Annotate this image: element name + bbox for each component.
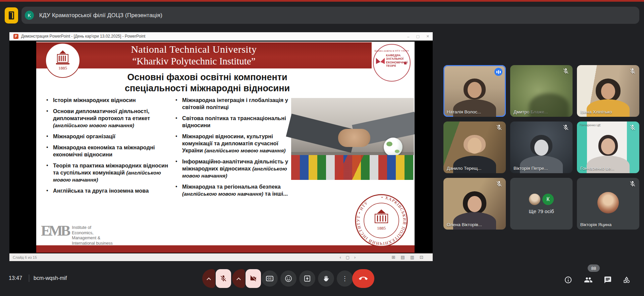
list-item: •Англійська та друга іноземна мова xyxy=(46,187,171,194)
meeting-avatar: K xyxy=(25,11,34,20)
minimize-icon[interactable]: – xyxy=(407,35,409,39)
door-icon xyxy=(9,11,14,19)
list-item: •Історія міжнародних відносин xyxy=(46,97,171,104)
close-icon[interactable]: ✕ xyxy=(426,34,429,39)
people-icon xyxy=(584,276,593,284)
participant-tile[interactable]: Вікторія Яцина xyxy=(577,178,639,230)
list-item: •Міжнародна інтеграція і глобалізація у … xyxy=(175,97,292,111)
mic-options-button[interactable] xyxy=(202,269,215,288)
mic-off-icon xyxy=(629,68,636,75)
avatar: К xyxy=(542,194,554,205)
chevron-up-icon xyxy=(207,277,211,282)
university-building-icon xyxy=(54,50,71,65)
more-participants-tile[interactable]: К Ще 79 осіб xyxy=(510,178,573,230)
chat-button[interactable] xyxy=(601,273,614,287)
meeting-details-button[interactable] xyxy=(561,273,575,287)
show-participants-button[interactable] xyxy=(582,273,595,287)
participant-tile[interactable]: Наталія Волос... xyxy=(443,65,506,117)
participant-tile[interactable]: Олена Вікторів... xyxy=(443,178,506,230)
participant-tile[interactable]: Данило Терещ... xyxy=(443,121,506,173)
more-participants-label: Ще 79 осіб xyxy=(529,208,554,214)
globe-graphic xyxy=(384,138,402,156)
list-item: •Світова політика та транснаціональні ві… xyxy=(175,115,292,129)
end-call-button[interactable] xyxy=(352,269,374,288)
participant-tile[interactable]: Ірина Хліпітько xyxy=(577,65,639,117)
camera-off-icon xyxy=(250,275,257,282)
slide: 1885 National Technical University “Khar… xyxy=(36,42,415,253)
handshake-photo xyxy=(291,98,414,180)
maximize-icon[interactable]: ▢ xyxy=(416,34,419,39)
avatar xyxy=(597,192,619,213)
reactions-button[interactable] xyxy=(280,270,297,287)
meeting-title-bar: K КДУ Краматорської філії ДОЦЗ (Презента… xyxy=(21,7,639,24)
participant-grid: Наталія Волос... Дмитро Блаже... Ірина Х… xyxy=(443,65,639,230)
meet-home-button[interactable] xyxy=(5,7,18,23)
participant-tile[interactable]: Вікторія Петре... xyxy=(510,121,573,173)
mic-off-icon xyxy=(629,181,636,187)
emoji-icon xyxy=(284,275,292,283)
participant-name: Данило Терещ... xyxy=(447,166,481,171)
raise-hand-button[interactable] xyxy=(318,270,334,287)
activities-button[interactable] xyxy=(620,273,633,287)
participant-tile[interactable]: Дмитро Блаже... xyxy=(510,65,573,117)
list-item: •Теорія та практика міжнародних відносин… xyxy=(46,162,171,183)
more-vert-icon: ⋮ xyxy=(342,275,348,282)
participant-name: Вікторія Петре... xyxy=(514,166,548,171)
list-item: •Міжнародні відносини, культурні комунік… xyxy=(175,133,292,154)
meeting-code: bcm-wqsh-mif xyxy=(34,275,67,281)
svg-text:1885: 1885 xyxy=(377,226,386,231)
badge-department-name: КАФЕДРА ЗАГАЛЬНОЇ ЕКОНОМІЧНОЇ ТЕОРІЇ xyxy=(386,54,408,67)
mic-off-icon xyxy=(496,181,502,187)
list-item: •Міжнародна економіка та міжнародні екон… xyxy=(46,144,171,158)
participant-name: Ірина Хліпітько xyxy=(580,109,612,114)
shared-powerpoint-window: P Демонстрация PowerPoint - [День кар'єр… xyxy=(9,32,433,261)
badge-square-mark xyxy=(404,62,407,64)
info-icon xyxy=(564,276,572,284)
chat-icon xyxy=(604,276,612,284)
bullet-column-left: •Історія міжнародних відносин • Основи д… xyxy=(46,97,171,198)
mic-control-group xyxy=(202,269,231,288)
captions-button[interactable]: CC xyxy=(262,270,278,287)
ppt-status-bar: Слайд 6 из 15 ‹ ▢ › ⊞ ▤ ▥ ⊡ xyxy=(9,253,433,261)
participant-name: Олена Вікторів... xyxy=(447,222,482,227)
participant-name: Вікторія Яцина xyxy=(580,222,611,227)
slide-title: Основні фахові освітні компоненти спеціа… xyxy=(56,72,358,94)
hand-icon xyxy=(322,275,330,282)
university-name: National Technical University “Kharkiv P… xyxy=(87,44,301,67)
more-options-button[interactable]: ⋮ xyxy=(337,270,353,287)
current-slide-icon[interactable]: ▢ xyxy=(346,255,350,260)
normal-view-icon[interactable]: ▤ xyxy=(401,255,405,260)
khpi-seal: • ХАРКІВСЬКИЙ ПОЛІТЕХНІЧНИЙ ІНСТИТУТ • Н… xyxy=(354,193,409,248)
activities-icon xyxy=(623,276,631,284)
camera-toggle-button[interactable] xyxy=(246,269,261,288)
speaking-indicator-icon xyxy=(494,68,502,76)
grid-view-icon[interactable]: ⊞ xyxy=(392,255,395,260)
emb-monogram: EMB xyxy=(41,224,68,238)
founded-year: 1885 xyxy=(58,65,67,71)
google-meet-window: K КДУ Краматорської філії ДОЦЗ (Презента… xyxy=(0,0,644,296)
institute-footer: EMB Institute of Economics, Management &… xyxy=(41,224,113,246)
reading-view-icon[interactable]: ▥ xyxy=(410,255,414,260)
clock: 13:47 xyxy=(9,275,22,281)
present-icon xyxy=(303,275,311,283)
open-book-icon xyxy=(376,57,385,64)
participant-name: Дмитро Блаже... xyxy=(514,109,548,114)
ppt-title-bar: P Демонстрация PowerPoint - [День кар'єр… xyxy=(9,32,433,41)
meeting-title: КДУ Краматорської філії ДОЦЗ (Презентаці… xyxy=(39,12,162,19)
slideshow-view-icon[interactable]: ⊡ xyxy=(420,255,423,260)
list-item: •Міжнародні організації xyxy=(46,133,171,140)
participant-tile[interactable]: Гончаренко ЦЕ Гончаренко це... xyxy=(577,121,639,173)
camera-options-button[interactable] xyxy=(232,269,245,288)
present-button[interactable] xyxy=(299,270,315,287)
ppt-window-title: Демонстрация PowerPoint - [День кар'єри … xyxy=(21,34,145,39)
camera-control-group xyxy=(232,269,261,288)
video-overlay-text: Гончаренко ЦЕ xyxy=(580,124,601,127)
previous-slide-icon[interactable]: ‹ xyxy=(340,255,341,260)
mic-off-icon xyxy=(496,124,502,131)
call-end-icon xyxy=(359,274,368,283)
badge-top-text: Бізнес-освіта в НТУ «ХПІ» xyxy=(374,49,410,52)
department-badge: Бізнес-освіта в НТУ «ХПІ» КАФЕДРА ЗАГАЛЬ… xyxy=(373,44,411,82)
mic-toggle-button[interactable] xyxy=(216,269,231,288)
next-slide-icon[interactable]: › xyxy=(354,255,356,260)
powerpoint-icon: P xyxy=(13,34,18,39)
